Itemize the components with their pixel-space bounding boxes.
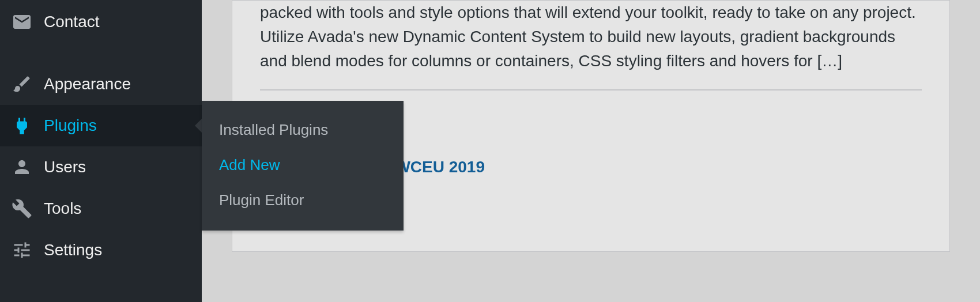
appearance-icon	[10, 73, 33, 96]
tools-icon	[10, 197, 33, 220]
plugins-icon	[10, 114, 33, 137]
submenu-add-new[interactable]: Add New	[202, 148, 404, 183]
sidebar-label: Users	[44, 158, 86, 176]
sidebar-label: Contact	[44, 13, 100, 31]
sidebar-item-appearance[interactable]: Appearance	[0, 63, 202, 105]
settings-icon	[10, 239, 33, 262]
submenu-installed-plugins[interactable]: Installed Plugins	[202, 112, 404, 148]
users-icon	[10, 156, 33, 179]
sidebar-label: Appearance	[44, 75, 131, 93]
admin-sidebar: Contact Appearance Plugins Users Tools S…	[0, 0, 202, 302]
sidebar-item-plugins[interactable]: Plugins	[0, 105, 202, 146]
divider	[260, 89, 922, 90]
sidebar-label: Tools	[44, 199, 81, 218]
sidebar-label: Settings	[44, 241, 102, 259]
sidebar-label: Plugins	[44, 116, 97, 135]
sidebar-spacer	[0, 43, 202, 63]
sidebar-item-contact[interactable]: Contact	[0, 0, 202, 43]
sidebar-item-settings[interactable]: Settings	[0, 229, 202, 271]
sidebar-item-users[interactable]: Users	[0, 146, 202, 188]
sidebar-item-tools[interactable]: Tools	[0, 188, 202, 229]
contact-icon	[10, 10, 33, 33]
plugins-submenu: Installed Plugins Add New Plugin Editor	[202, 101, 404, 231]
content-paragraph: packed with tools and style options that…	[260, 1, 922, 89]
submenu-plugin-editor[interactable]: Plugin Editor	[202, 183, 404, 218]
